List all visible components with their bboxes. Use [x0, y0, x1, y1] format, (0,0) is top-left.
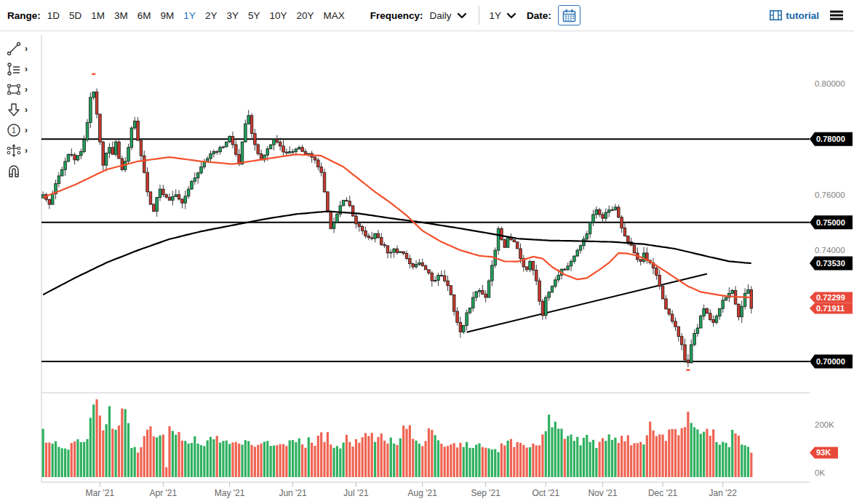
sma50-line [43, 154, 751, 297]
expand-arrow-icon: › [25, 105, 28, 114]
range-option-max[interactable]: MAX [323, 10, 344, 21]
hamburger-icon [829, 9, 844, 21]
svg-text:Sep '21: Sep '21 [471, 488, 501, 498]
svg-text:200K: 200K [815, 420, 834, 429]
svg-text:Apr '21: Apr '21 [150, 488, 177, 498]
svg-text:Oct '21: Oct '21 [532, 488, 559, 498]
frequency-label: Frequency: [370, 10, 423, 21]
tutorial-link[interactable]: tutorial [770, 10, 819, 21]
calendar-icon [562, 9, 576, 23]
frequency-dropdown[interactable]: Daily [430, 10, 467, 21]
svg-text:0.75000: 0.75000 [816, 218, 845, 227]
svg-text:0.70000: 0.70000 [816, 357, 845, 366]
counters-tool[interactable]: 1 › [6, 122, 44, 138]
tutorial-label: tutorial [786, 10, 819, 21]
range-option-5y[interactable]: 5Y [248, 10, 260, 21]
range-option-20y[interactable]: 20Y [296, 10, 314, 21]
drawing-tools-palette: › › › › [6, 41, 44, 179]
calendar-button[interactable] [558, 5, 580, 25]
expand-arrow-icon: › [25, 146, 28, 155]
counter-one-icon: 1 [6, 122, 22, 138]
horizontal-line-annotations: 0.780000.750000.70000 [41, 132, 853, 369]
measure-icon [6, 143, 22, 159]
svg-text:0K: 0K [815, 468, 825, 477]
advanced-annotations-tool[interactable]: › [6, 61, 44, 77]
svg-text:1: 1 [12, 126, 16, 135]
svg-text:Dec '21: Dec '21 [648, 488, 678, 498]
film-icon [770, 10, 782, 20]
range-option-3y[interactable]: 3Y [226, 10, 239, 21]
measure-tool[interactable]: › [6, 143, 44, 159]
svg-text:0.76000: 0.76000 [815, 191, 845, 199]
magnet-tool[interactable] [6, 163, 44, 179]
svg-text:Nov '21: Nov '21 [588, 488, 618, 498]
range-option-10y[interactable]: 10Y [269, 10, 287, 21]
range-option-6m[interactable]: 6M [137, 10, 151, 21]
rectangle-shape-icon [6, 81, 22, 97]
svg-text:Jan '22: Jan '22 [709, 488, 738, 498]
trend-line-tool[interactable]: › [6, 41, 44, 57]
toolbar: Range: 1D5D1M3M6M9M1Y2Y3Y5Y10Y20YMAX Fre… [0, 0, 854, 31]
chart-frame [41, 35, 810, 482]
duration-dropdown[interactable]: 1Y [490, 10, 517, 21]
volume-series [42, 399, 753, 477]
frequency-value: Daily [430, 10, 452, 21]
stock-chart-app: Range: 1D5D1M3M6M9M1Y2Y3Y5Y10Y20YMAX Fre… [0, 0, 854, 504]
range-option-1y[interactable]: 1Y [183, 10, 196, 21]
svg-text:May '21: May '21 [215, 488, 245, 498]
svg-text:0.78000: 0.78000 [816, 135, 845, 143]
range-option-1d[interactable]: 1D [47, 10, 60, 21]
range-label: Range: [7, 10, 41, 21]
duration-value: 1Y [490, 10, 502, 21]
range-option-2y[interactable]: 2Y [205, 10, 218, 21]
arrows-tool[interactable]: › [6, 102, 44, 118]
expand-arrow-icon: › [25, 85, 28, 94]
shapes-tool[interactable]: › [6, 81, 44, 97]
range-selector: 1D5D1M3M6M9M1Y2Y3Y5Y10Y20YMAX [47, 10, 354, 21]
svg-text:0.80000: 0.80000 [815, 79, 845, 88]
toolbar-divider [479, 6, 479, 25]
svg-text:0.72299: 0.72299 [816, 293, 845, 302]
svg-text:0.74000: 0.74000 [815, 246, 845, 255]
expand-arrow-icon: › [25, 44, 28, 53]
magnet-icon [6, 163, 22, 179]
candlestick-series [41, 89, 752, 367]
arrow-down-icon [6, 102, 22, 118]
range-option-3m[interactable]: 3M [114, 10, 128, 21]
trend-line-annotation[interactable] [467, 274, 707, 332]
expand-arrow-icon: › [25, 126, 28, 135]
trend-line-icon [6, 41, 22, 57]
menu-button[interactable] [829, 9, 844, 21]
range-option-9m[interactable]: 9M [161, 10, 175, 21]
svg-text:93K: 93K [816, 448, 831, 457]
range-option-1m[interactable]: 1M [91, 10, 105, 21]
expand-arrow-icon: › [25, 65, 28, 73]
svg-text:Mar '21: Mar '21 [86, 488, 115, 498]
svg-text:0.73530: 0.73530 [816, 259, 845, 268]
x-axis-labels: Mar '21Apr '21May '21Jun '21Jul '21Aug '… [86, 482, 738, 498]
chevron-down-icon [457, 12, 467, 19]
svg-text:Jun '21: Jun '21 [279, 488, 307, 498]
svg-text:Aug '21: Aug '21 [408, 488, 438, 498]
date-label: Date: [527, 10, 551, 21]
annotations-icon [6, 61, 22, 77]
chevron-down-icon [506, 12, 516, 19]
svg-text:0.71911: 0.71911 [816, 304, 845, 313]
chart-canvas[interactable]: Mar '21Apr '21May '21Jun '21Jul '21Aug '… [0, 29, 854, 504]
range-option-5d[interactable]: 5D [69, 10, 81, 21]
svg-text:Jul '21: Jul '21 [343, 488, 369, 498]
